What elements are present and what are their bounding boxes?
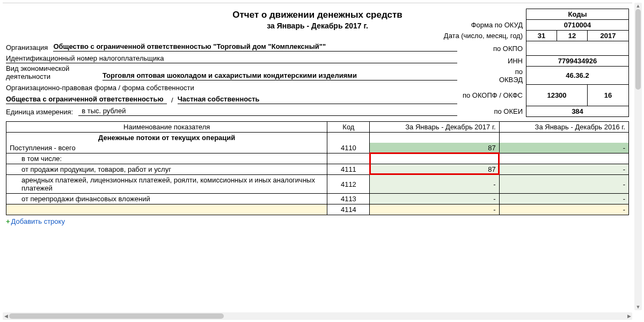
scroll-up-arrow-icon[interactable]: ▲ [634,3,642,9]
row-name: Поступления - всего [6,143,327,153]
row-value-period2[interactable]: - [499,143,628,153]
col-code: Код [327,122,370,133]
codes-table: Коды Форма по ОКУД 0710004 Дата (число, … [440,9,629,117]
date-year: 2017 [588,31,629,41]
row-value-period1[interactable]: - [370,175,499,194]
row-value-period2[interactable] [499,153,628,164]
okpo-label: по ОКПО [440,41,526,56]
row-code: 4111 [327,164,370,175]
legal-form-label: Организационно-правовая форма / форма со… [6,84,457,92]
row-value-period1[interactable]: 87 [370,164,499,175]
row-name: арендных платежей, лицензионных платежей… [6,175,327,194]
col-period2: За Январь - Декабрь 2016 г. [499,122,628,133]
org-value: Общество с ограниченной ответственностью… [53,42,457,52]
cell [370,133,499,143]
section-header: Денежные потоки от текущих операций [6,133,327,143]
scroll-down-arrow-icon[interactable]: ▼ [634,304,642,310]
inn-line: Идентификационный номер налогоплательщик… [6,54,457,63]
document-scroll-area[interactable]: Отчет о движении денежных средств за Янв… [3,3,632,310]
row-value-period1[interactable]: - [370,194,499,204]
okpo-value [526,41,629,56]
inn-label-code: ИНН [440,56,526,67]
date-label: Дата (число, месяц, год) [440,31,526,41]
okei-value: 384 [526,106,629,117]
okopf-label: по ОКОПФ / ОКФС [440,85,526,106]
cell [499,133,628,143]
okopf-value: 12300 [526,85,588,106]
cell [327,133,370,143]
add-row-link[interactable]: +Добавить строку [6,217,629,225]
row-code: 4110 [327,143,370,153]
table-row: 4114-- [6,204,629,215]
unit-value: в тыс. рублей [78,107,457,116]
row-value-period1[interactable] [370,153,499,164]
row-value-period1[interactable]: 87 [370,143,499,153]
date-month: 12 [557,31,588,41]
header-block: Коды Форма по ОКУД 0710004 Дата (число, … [6,33,629,116]
row-value-period2[interactable]: - [499,194,628,204]
vertical-scroll-thumb[interactable] [635,9,641,90]
scroll-right-arrow-icon[interactable]: ▶ [626,312,632,320]
table-row: Поступления - всего411087- [6,143,629,153]
cashflow-table: Наименование показателя Код За Январь - … [6,121,629,215]
row-value-period2[interactable]: - [499,175,628,194]
row-code [327,153,370,164]
row-code: 4113 [327,194,370,204]
row-code: 4112 [327,175,370,194]
activity-label: Вид экономической деятельности [6,64,103,80]
legal-form-value2: Частная собственность [178,95,457,104]
okud-value: 0710004 [526,20,629,31]
okei-label: по ОКЕИ [440,106,526,117]
col-period1: За Январь - Декабрь 2017 г. [370,122,499,133]
meta-lines: Организация Общество с ограниченной отве… [6,33,457,116]
okved-value: 46.36.2 [526,67,629,85]
row-value-period2[interactable]: - [499,164,628,175]
vertical-scrollbar[interactable]: ▲ ▼ [634,3,642,310]
legal-form-sep: / [167,96,178,104]
plus-icon: + [6,217,10,225]
table-row: арендных платежей, лицензионных платежей… [6,175,629,194]
col-name: Наименование показателя [6,122,327,133]
row-code: 4114 [327,204,370,215]
codes-empty [440,9,526,20]
table-body: Денежные потоки от текущих операцийПосту… [6,133,629,215]
activity-value: Торговля оптовая шоколадом и сахаристыми… [103,71,457,80]
horizontal-scroll-thumb[interactable] [9,313,224,319]
date-day: 31 [526,31,557,41]
codes-header: Коды [526,9,629,20]
row-name [6,204,327,215]
scroll-left-arrow-icon[interactable]: ◀ [3,312,9,320]
table-row: от перепродажи финансовых вложений4113-- [6,194,629,204]
row-name: в том числе: [6,153,327,164]
table-row: от продажи продукции, товаров, работ и у… [6,164,629,175]
document-viewport: Отчет о движении денежных средств за Янв… [0,0,644,322]
inn-value: 7799434926 [526,56,629,67]
org-label: Организация [6,43,53,52]
legal-form-value1: Общества с ограниченной ответственностью [6,95,167,104]
okud-label: Форма по ОКУД [440,20,526,31]
row-name: от продажи продукции, товаров, работ и у… [6,164,327,175]
row-value-period1[interactable]: - [370,204,499,215]
add-row-label: Добавить строку [11,217,65,225]
table-row: в том числе: [6,153,629,164]
okved-label: по ОКВЭД [440,67,526,85]
unit-label: Единица измерения: [6,108,78,116]
okfs-value: 16 [588,85,629,106]
horizontal-scrollbar[interactable]: ◀ ▶ [3,312,632,320]
row-name: от перепродажи финансовых вложений [6,194,327,204]
row-value-period2[interactable]: - [499,204,628,215]
